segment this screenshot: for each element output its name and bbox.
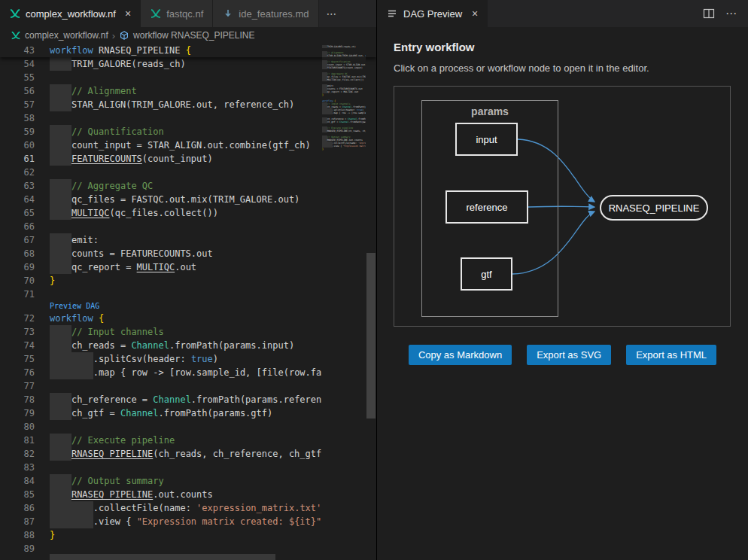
code-token: .out [175,262,196,272]
minimap-line: RNASEQ_PIPELINE(ch_reads, ch_reference, … [322,129,366,132]
code-token: workflow [50,313,93,324]
code-token: .collectFile(name: [93,503,196,513]
indent-highlight [322,129,327,132]
workflow-symbol-icon [119,30,129,41]
indent-highlight [50,179,71,193]
line-number: 61 [0,152,50,166]
line-number: 86 [0,501,50,515]
line-number: 82 [0,447,50,461]
minimap-line: MULTIQC(qc_files.collect()) [322,78,366,81]
tab-ide-features[interactable]: ide_features.md [213,0,318,27]
code-text: RNASEQ_PIPELINE.out.counts [50,488,213,501]
dag-node-gtf[interactable]: gtf [461,257,512,291]
code-text: .collectFile(name: 'expression_matrix.tx… [50,501,321,515]
line-number: 43 [0,44,50,57]
code-token: .fromPath(params.gtf) [159,408,273,418]
code-token: RNASEQ_PIPELINE [71,449,153,459]
line-number: 63 [0,179,50,193]
code-text: counts = FEATURECOUNTS.out [50,247,213,260]
code-token: (qc_files.collect()) [109,208,218,218]
minimap-line [322,151,366,154]
code-token: MULTIQC [137,262,175,272]
indent-highlight [50,325,71,339]
code-text: count_input = STAR_ALIGN.out.combine(gtf… [50,138,311,152]
code-text: } [322,148,324,151]
horizontal-scrollbar-thumb[interactable] [50,554,275,560]
sticky-scroll[interactable]: 43workflow RNASEQ_PIPELINE { [0,44,376,57]
tab-complex-workflow[interactable]: complex_workflow.nf × [0,0,141,27]
code-line: 73// Input channels [0,325,376,339]
line-number: 57 [0,98,50,111]
indent-highlight [50,488,71,501]
code-lines[interactable]: 54TRIM_GALORE(reads_ch)5556// Alignment5… [0,57,376,555]
code-token: Channel [120,408,159,418]
code-line: 54TRIM_GALORE(reads_ch) [0,57,376,71]
code-line: 84// Output summary [0,474,376,488]
more-actions-icon[interactable]: ⋯ [725,7,737,20]
indent-highlight [322,54,327,57]
dag-node-reference[interactable]: reference [445,190,528,224]
line-number: 64 [0,193,50,206]
code-line: 77 [0,379,376,393]
copy-as-markdown-button[interactable]: Copy as Markdown [409,345,512,365]
code-text: STAR_ALIGN(TRIM_GALORE.out, reference_ch… [50,98,294,111]
dag-canvas: params input reference gtf RNASEQ_PIPELI… [394,86,731,327]
breadcrumb-file[interactable]: complex_workflow.nf [25,30,108,41]
line-number: 58 [0,111,50,125]
indent-highlight [50,98,71,111]
minimap-line: ch_gtf = Channel.fromPath(params.gtf) [322,120,366,123]
indent-highlight [50,366,93,379]
codelens-preview-dag[interactable]: Preview DAG [0,301,376,312]
preview-list-icon [386,8,398,20]
tab-close-icon[interactable]: × [125,8,131,20]
code-text: qc_report = MULTIQC.out [50,260,196,274]
code-text: RNASEQ_PIPELINE(ch_reads, ch_reference, … [322,129,366,132]
panel-tabbar: DAG Preview × ⋯ [377,0,748,27]
line-number: 79 [0,406,50,420]
indent-highlight [50,352,93,366]
code-token: counts = FEATURECOUNTS.out [71,248,213,259]
code-editor[interactable]: 43workflow RNASEQ_PIPELINE { 54TRIM_GALO… [0,44,376,560]
tab-fastqc[interactable]: fastqc.nf [141,0,213,27]
indent-highlight [50,260,71,274]
panel-description: Click on a process or workflow node to o… [394,62,731,74]
code-token: workflow [50,45,93,56]
dag-node-input[interactable]: input [455,123,518,156]
code-token: RNASEQ_PIPELINE [71,489,153,500]
code-token: .out.counts [153,489,212,500]
code-text: FEATURECOUNTS(count_input) [50,152,213,166]
code-token: ch_gtf = [71,408,120,418]
export-as-html-button[interactable]: Export as HTML [626,345,716,365]
code-text: RNASEQ_PIPELINE(ch_reads, ch_reference, … [50,447,321,461]
line-number: 66 [0,220,50,233]
code-line: 63// Aggregate QC [0,179,376,193]
vertical-scrollbar-thumb[interactable] [366,253,376,418]
export-as-svg-button[interactable]: Export as SVG [527,345,611,365]
nextflow-file-icon [11,30,21,41]
indent-highlight [50,501,93,515]
minimap[interactable]: TRIM_GALORE(reads_ch)// AlignmentSTAR_AL… [322,44,366,360]
split-editor-icon[interactable] [703,8,715,20]
panel-title: Entry workflow [394,41,731,53]
minimap-line: STAR_ALIGN(TRIM_GALORE.out, reference_ch… [322,54,366,57]
code-text: emit: [50,233,99,247]
panel-close-icon[interactable]: × [472,8,478,20]
breadcrumb-symbol[interactable]: workflow RNASEQ_PIPELINE [133,30,254,41]
nextflow-file-icon [150,8,162,20]
horizontal-scrollbar[interactable] [0,554,366,560]
dag-node-rnaseq-pipeline[interactable]: RNASEQ_PIPELINE [600,195,708,221]
tabs-overflow-button[interactable]: ⋯ [319,0,345,27]
code-line: 68counts = FEATURECOUNTS.out [0,247,376,260]
vertical-scrollbar[interactable] [366,44,376,560]
code-token: ch_reference = [71,394,153,405]
tab-dag-preview[interactable]: DAG Preview × [377,0,488,27]
code-line: 64qc_files = FASTQC.out.mix(TRIM_GALORE.… [0,193,376,206]
code-token: FEATURECOUNTS [71,154,142,164]
code-text: .map { row -> [row.sample_id, [file(row.… [322,111,366,114]
code-token: emit: [71,235,99,245]
code-line: 70} [0,274,376,288]
code-token: count_input = STAR_ALIGN.out.combine(gtf… [71,140,311,151]
code-text: // Alignment [50,84,137,98]
code-text: // Quantification [50,125,164,138]
indent-highlight [50,125,71,138]
